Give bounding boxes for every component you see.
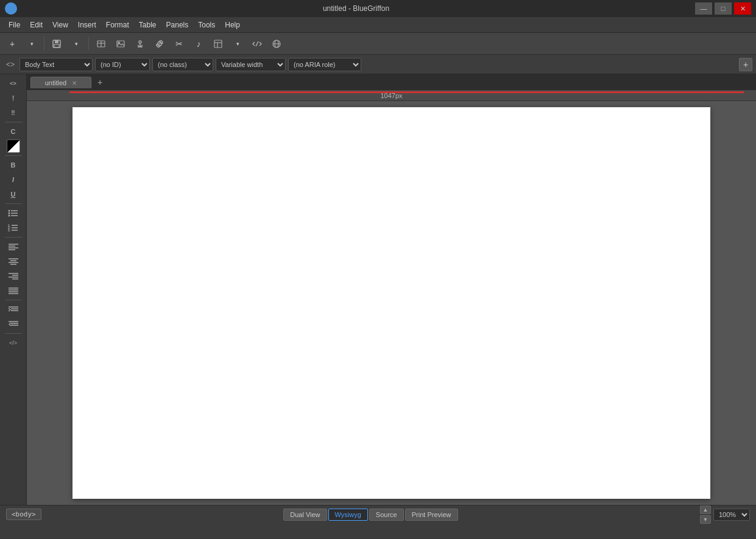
exclaim-btn[interactable]: !: [5, 91, 22, 105]
code-toggle-button[interactable]: <>: [4, 60, 17, 69]
left-panel: <> ! ‼ C B I U 1.2.3.: [0, 74, 27, 505]
canvas-wrapper[interactable]: [27, 101, 756, 505]
main-area: <> ! ‼ C B I U 1.2.3.: [0, 74, 756, 505]
scroll-arrows: ▲ ▼: [700, 506, 711, 524]
style-select[interactable]: Body Text: [19, 58, 93, 71]
menu-panels[interactable]: Panels: [161, 19, 194, 31]
tab-bar: untitled ✕ +: [27, 74, 756, 90]
editor-container: untitled ✕ + 1047px: [27, 74, 756, 505]
svg-point-22: [8, 215, 10, 217]
left-sep-5: [5, 300, 22, 300]
image-button[interactable]: [112, 36, 129, 52]
anchor-button[interactable]: [132, 36, 149, 52]
formatbar: <> Body Text (no ID) (no class) Variable…: [0, 55, 756, 74]
code-view-button[interactable]: [249, 36, 266, 52]
wysiwyg-button[interactable]: Wysiwyg: [328, 509, 368, 521]
svg-point-20: [8, 210, 10, 212]
save-button[interactable]: [48, 36, 65, 52]
class-select[interactable]: (no class): [152, 58, 213, 71]
svg-rect-6: [117, 41, 124, 47]
svg-text:3.: 3.: [8, 228, 11, 232]
menu-table[interactable]: Table: [134, 19, 161, 31]
template-dropdown-button[interactable]: ▾: [229, 36, 246, 52]
titlebar-left: [5, 2, 17, 15]
table-button[interactable]: [93, 36, 110, 52]
save-dropdown-button[interactable]: ▾: [68, 36, 85, 52]
editor-tab[interactable]: untitled ✕: [30, 77, 91, 88]
numbered-list-btn[interactable]: 1.2.3.: [5, 221, 22, 234]
ruler: 1047px: [27, 90, 756, 101]
scroll-down-btn[interactable]: ▼: [700, 515, 711, 524]
left-sep-1: [5, 122, 22, 122]
titlebar-title: untitled - BlueGriffon: [17, 4, 695, 13]
svg-point-8: [139, 41, 141, 43]
width-select[interactable]: Variable width: [216, 58, 286, 71]
statusbar: <body> Dual View Wysiwyg Source Print Pr…: [0, 505, 756, 523]
menu-tools[interactable]: Tools: [193, 19, 220, 31]
align-center-btn[interactable]: [5, 255, 22, 268]
align-left-btn[interactable]: [5, 240, 22, 253]
menu-view[interactable]: View: [48, 19, 73, 31]
scissors-button[interactable]: ✂: [171, 36, 188, 52]
menu-file[interactable]: File: [4, 19, 25, 31]
globe-button[interactable]: [268, 36, 285, 52]
statusbar-left: <body>: [6, 509, 41, 520]
titlebar-controls: — □ ✕: [695, 2, 751, 15]
italic-btn[interactable]: I: [5, 173, 22, 186]
toolbar-separator-1: [44, 37, 44, 51]
template-button[interactable]: [210, 36, 227, 52]
minimize-button[interactable]: —: [695, 2, 712, 15]
left-sep-2: [5, 155, 22, 156]
tab-close-btn[interactable]: ✕: [72, 80, 77, 86]
menu-help[interactable]: Help: [220, 19, 245, 31]
bullet-list-btn[interactable]: [5, 206, 22, 220]
aria-select[interactable]: (no ARIA role): [288, 58, 361, 71]
add-tab-button[interactable]: +: [94, 76, 106, 88]
color-swatch[interactable]: [7, 139, 20, 153]
underline-btn[interactable]: U: [5, 188, 22, 201]
menubar: File Edit View Insert Format Table Panel…: [0, 17, 756, 33]
menu-format[interactable]: Format: [101, 19, 134, 31]
body-tag[interactable]: <body>: [6, 509, 41, 520]
zoom-select[interactable]: 100% 75% 125% 150%: [713, 509, 750, 521]
close-button[interactable]: ✕: [734, 2, 751, 15]
svg-line-16: [256, 41, 258, 46]
app-icon: [5, 2, 17, 15]
statusbar-center: Dual View Wysiwyg Source Print Preview: [283, 509, 457, 521]
print-preview-button[interactable]: Print Preview: [405, 509, 458, 521]
toolbar-separator-2: [88, 37, 89, 51]
dual-view-button[interactable]: Dual View: [283, 509, 327, 521]
outdent-btn[interactable]: [5, 317, 22, 331]
music-button[interactable]: ♪: [190, 36, 207, 52]
source-button[interactable]: Source: [369, 509, 404, 521]
menu-insert[interactable]: Insert: [73, 19, 101, 31]
add-button[interactable]: +: [739, 58, 752, 71]
bold-btn[interactable]: B: [5, 158, 22, 172]
svg-rect-13: [214, 40, 222, 48]
canvas-page[interactable]: [72, 107, 710, 499]
new-dropdown-button[interactable]: ▾: [23, 36, 40, 52]
left-sep-6: [5, 333, 22, 334]
html-source-btn[interactable]: <>: [5, 77, 22, 90]
menu-edit[interactable]: Edit: [25, 19, 48, 31]
new-button[interactable]: +: [4, 36, 21, 52]
statusbar-right: ▲ ▼ 100% 75% 125% 150%: [700, 506, 750, 524]
titlebar: untitled - BlueGriffon — □ ✕: [0, 0, 756, 17]
window-title: untitled - BlueGriffon: [323, 4, 389, 13]
toolbar: + ▾ ▾ ✂ ♪ ▾: [0, 33, 756, 55]
code-embed-btn[interactable]: </>: [5, 336, 22, 350]
link-button[interactable]: [151, 36, 168, 52]
indent-btn[interactable]: [5, 303, 22, 316]
left-sep-3: [5, 203, 22, 204]
svg-rect-1: [55, 40, 58, 43]
ruler-bar: [69, 91, 744, 93]
left-sep-4: [5, 237, 22, 238]
maximize-button[interactable]: □: [715, 2, 732, 15]
id-select[interactable]: (no ID): [95, 58, 150, 71]
align-right-btn[interactable]: [5, 269, 22, 283]
double-exclaim-btn[interactable]: ‼: [5, 106, 22, 119]
scroll-up-btn[interactable]: ▲: [700, 506, 711, 514]
c-btn[interactable]: C: [5, 125, 22, 138]
svg-point-21: [8, 213, 10, 214]
justify-btn[interactable]: [5, 284, 22, 297]
